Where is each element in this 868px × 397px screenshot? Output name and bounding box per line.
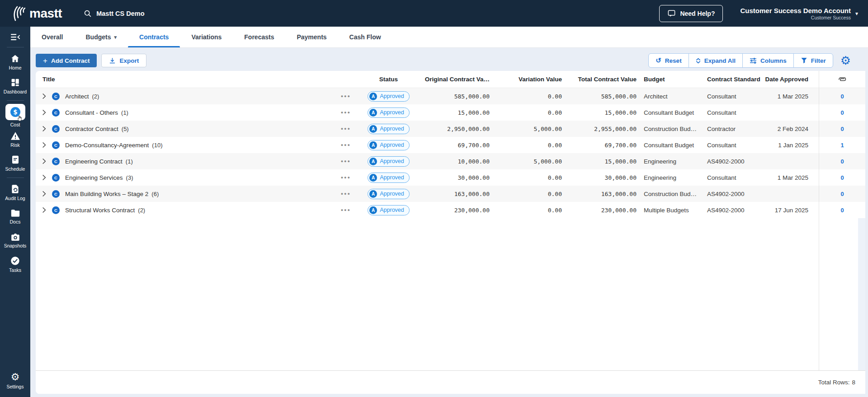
add-contract-button[interactable]: + Add Contract (36, 54, 97, 67)
tab-overall[interactable]: Overall (30, 27, 74, 47)
contract-avatar: C (52, 174, 60, 182)
table-row[interactable]: C Architect (2) ●●● A Approved 585,000.0… (36, 88, 865, 104)
tab-label: Budgets (85, 33, 111, 41)
column-header-budget[interactable]: Budget (643, 76, 706, 83)
reset-label: Reset (665, 57, 682, 64)
attachment-count-link[interactable]: 0 (840, 93, 844, 100)
column-header-attachments[interactable] (819, 77, 865, 82)
attachment-count-link[interactable]: 0 (840, 191, 844, 197)
account-menu[interactable]: Customer Success Demo Account Customer S… (740, 7, 858, 20)
contract-standard-cell: Consultant (706, 174, 765, 181)
row-menu-icon[interactable]: ●●● (341, 175, 351, 180)
project-search[interactable]: Mastt CS Demo (84, 9, 144, 18)
table-row[interactable]: C Engineering Contract (1) ●●● A Approve… (36, 153, 865, 169)
sidebar-collapse-button[interactable] (0, 29, 30, 45)
need-help-button[interactable]: Need Help? (659, 5, 723, 22)
row-menu-icon[interactable]: ●●● (341, 208, 351, 212)
contract-count: (1) (126, 158, 133, 165)
chevron-right-icon[interactable] (42, 142, 46, 148)
attachment-count-link[interactable]: 0 (840, 126, 844, 132)
active-item-highlight: $ (5, 104, 25, 120)
tasks-icon (10, 256, 20, 266)
contract-count: (2) (138, 207, 145, 214)
attachment-count-link[interactable]: 0 (840, 158, 844, 165)
sidebar-item-tasks[interactable]: Tasks (0, 252, 30, 276)
chevron-right-icon[interactable] (42, 126, 46, 131)
chevron-down-icon: ▾ (855, 10, 858, 17)
reset-button[interactable]: ↺ Reset (649, 54, 688, 67)
table-row[interactable]: C Consultant - Others (1) ●●● A Approved… (36, 104, 865, 121)
column-header-status[interactable]: Status (358, 76, 419, 83)
tab-cash-flow[interactable]: Cash Flow (338, 27, 392, 47)
status-badge: A Approved (368, 205, 410, 215)
sidebar-item-snapshots[interactable]: Snapshots (0, 229, 30, 252)
chevron-right-icon[interactable] (42, 207, 46, 213)
filter-label: Filter (811, 57, 826, 64)
column-header-original-value[interactable]: Original Contract Va… (419, 76, 496, 83)
chevron-right-icon[interactable] (42, 110, 46, 115)
date-approved-cell: 17 Jun 2025 (765, 207, 819, 214)
columns-label: Columns (760, 57, 787, 64)
sidebar-item-label: Home (9, 65, 21, 70)
row-menu-icon[interactable]: ●●● (341, 191, 351, 196)
sidebar-item-audit-log[interactable]: Audit Log (0, 181, 30, 205)
column-header-title[interactable]: Title (36, 76, 358, 83)
attachment-count-link[interactable]: 0 (840, 174, 844, 181)
contract-avatar: C (52, 141, 60, 149)
sidebar-item-dashboard[interactable]: Dashboard (0, 74, 30, 98)
export-button[interactable]: Export (101, 54, 146, 67)
sidebar-item-settings[interactable]: ⚙ Settings (0, 369, 30, 392)
original-value-cell: 163,000.00 (419, 191, 496, 197)
status-label: Approved (380, 174, 404, 181)
chevron-right-icon[interactable] (42, 93, 46, 99)
column-header-date-approved[interactable]: Date Approved (765, 76, 819, 83)
status-badge: A Approved (368, 91, 410, 102)
tab-budgets[interactable]: Budgets▾ (74, 27, 128, 47)
budget-cell: Engineering (643, 174, 706, 181)
expand-all-button[interactable]: Expand All (689, 54, 742, 67)
row-menu-icon[interactable]: ●●● (341, 159, 351, 163)
chevron-right-icon[interactable] (42, 175, 46, 180)
contract-title: Engineering Services (65, 174, 123, 181)
contract-count: (3) (126, 174, 133, 181)
row-menu-icon[interactable]: ●●● (341, 143, 351, 147)
columns-button[interactable]: Columns (742, 54, 793, 67)
vertical-scrollbar-track[interactable] (858, 218, 865, 370)
column-header-variation-value[interactable]: Variation Value (496, 76, 568, 83)
attachment-count-link[interactable]: 0 (840, 207, 844, 214)
table-row[interactable]: C Contractor Contract (5) ●●● A Approved… (36, 121, 865, 137)
tab-variations[interactable]: Variations (180, 27, 233, 47)
attachment-count-link[interactable]: 0 (840, 109, 844, 116)
plus-icon: + (43, 57, 47, 65)
filter-button[interactable]: Filter (793, 54, 833, 67)
chevron-right-icon[interactable] (42, 159, 46, 164)
sidebar-item-cost[interactable]: $Cost (0, 103, 30, 127)
sidebar-item-home[interactable]: Home (0, 50, 30, 74)
table-settings-gear-icon[interactable]: ⚙ (840, 55, 851, 66)
table-row[interactable]: C Structural Works Contract (2) ●●● A Ap… (36, 202, 865, 218)
tab-payments[interactable]: Payments (285, 27, 338, 47)
tab-contracts[interactable]: Contracts (128, 27, 180, 47)
sidebar-item-schedule[interactable]: Schedule (0, 151, 30, 175)
column-header-total-value[interactable]: Total Contract Value (568, 76, 643, 83)
row-menu-icon[interactable]: ●●● (341, 126, 351, 131)
tab-forecasts[interactable]: Forecasts (233, 27, 285, 47)
column-header-contract-standard[interactable]: Contract Standard (706, 76, 765, 83)
table-row[interactable]: C Main Building Works – Stage 2 (6) ●●● … (36, 186, 865, 202)
original-value-cell: 230,000.00 (419, 207, 496, 214)
status-initial-icon: A (369, 174, 377, 182)
sidebar-item-docs[interactable]: Docs (0, 205, 30, 229)
chevron-right-icon[interactable] (42, 191, 46, 196)
sidebar-item-label: Schedule (5, 166, 25, 172)
attachments-cell: 0 (819, 93, 865, 100)
attachment-count-link[interactable]: 1 (840, 142, 844, 149)
mastt-logo[interactable]: mastt (13, 6, 62, 21)
status-label: Approved (380, 191, 404, 197)
row-menu-icon[interactable]: ●●● (341, 94, 351, 98)
table-row[interactable]: C Demo-Consultancy-Agreement (10) ●●● A … (36, 137, 865, 153)
row-menu-icon[interactable]: ●●● (341, 110, 351, 115)
table-row[interactable]: C Engineering Services (3) ●●● A Approve… (36, 169, 865, 186)
total-rows-value: 8 (852, 379, 855, 386)
sidebar-item-risk[interactable]: Risk (0, 127, 30, 151)
audit-log-icon (11, 184, 20, 194)
